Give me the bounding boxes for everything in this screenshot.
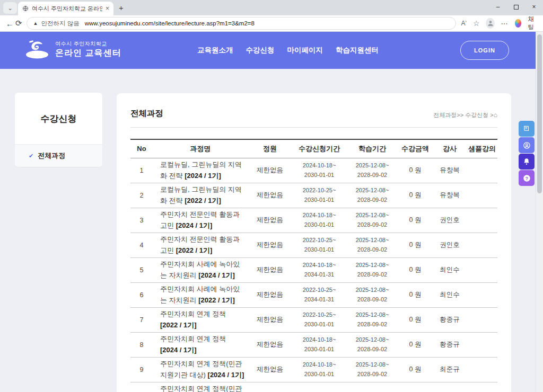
course-name[interactable]: 로컬뉴딜, 그린뉴딜의 지역화 전략 [2024 / 1기] (153, 158, 248, 183)
sample-lecture (467, 158, 497, 183)
study-period: 2025-12-08~ 2028-09-02 (347, 307, 398, 332)
not-secure-icon: ▲ (33, 21, 38, 26)
toolbar-right: A› ☆ ⋯ 채팅 (461, 15, 538, 31)
course-capacity: 제한없음 (248, 183, 292, 208)
course-capacity: 제한없음 (248, 332, 292, 357)
book-icon (523, 125, 530, 132)
row-no: 5 (130, 257, 153, 282)
apply-period (292, 382, 347, 392)
main-head: 전체과정 전체과정>> 수강신청 >⌂ (130, 108, 497, 119)
tab-close-icon[interactable]: × (106, 5, 109, 12)
course-capacity: 제한없음 (248, 307, 292, 332)
course-name[interactable]: 주민자치회 연계 정책 [2024 / 1기] (153, 332, 248, 357)
copilot-icon[interactable] (515, 19, 522, 28)
address-bar[interactable]: ▲ 안전하지 않음 www.yeosujuminedu.com/site/lec… (27, 17, 456, 30)
study-period: 2025-12-08~ 2028-09-02 (347, 357, 398, 382)
account-button[interactable] (519, 137, 535, 153)
course-name[interactable]: 주민자치 전문인력 활동과 고민 [2024 / 1기] (153, 208, 248, 233)
new-tab-button[interactable]: + (119, 3, 124, 12)
course-name[interactable]: 주민자치 전문인력 활동과 고민 [2022 / 1기] (153, 233, 248, 257)
apply-period: 2022-10-25~ 2034-01-31 (292, 282, 347, 307)
course-name[interactable]: 주민자치회 연계 정책(민관지원기관 대상) (153, 382, 248, 392)
course-capacity: 제한없음 (248, 357, 292, 382)
course-capacity: 제한없음 (248, 233, 292, 257)
notes-button[interactable] (519, 121, 535, 137)
table-row[interactable]: 1 로컬뉴딜, 그린뉴딜의 지역화 전략 [2024 / 1기] 제한없음 20… (130, 158, 497, 183)
table-row[interactable]: 5 주민자치회 사례에 녹아있는 자치원리 [2024 / 1기] 제한없음 2… (130, 257, 497, 282)
course-fee: 0 원 (398, 208, 433, 233)
security-label[interactable]: 안전하지 않음 (41, 20, 79, 28)
nav-item-mypage[interactable]: 마이페이지 (287, 46, 323, 55)
sidebar-title: 수강신청 (15, 93, 102, 144)
nav-item-about[interactable]: 교육원소개 (197, 46, 233, 55)
sample-lecture (467, 357, 497, 382)
page-title: 전체과정 (130, 108, 163, 119)
maximize-button[interactable] (507, 0, 525, 14)
profile-avatar[interactable] (486, 18, 494, 29)
study-period (347, 382, 398, 392)
course-name[interactable]: 주민자치회 연계 정책 [2022 / 1기] (153, 307, 248, 332)
col-instructor: 강사 (433, 139, 467, 158)
site-logo[interactable]: 여수시 주민자치학교 온라인 교육센터 (24, 39, 121, 59)
row-no: 1 (130, 158, 153, 183)
nav-item-support[interactable]: 학습지원센터 (336, 46, 379, 55)
table-row[interactable]: 6 주민자치회 사례에 녹아있는 자치원리 [2022 / 1기] 제한없음 2… (130, 282, 497, 307)
close-window-button[interactable]: × (525, 0, 543, 14)
sidebar-item-all-courses[interactable]: ✔ 전체과정 (15, 144, 102, 167)
table-row[interactable]: 4 주민자치 전문인력 활동과 고민 [2022 / 1기] 제한없음 2022… (130, 233, 497, 257)
bell-icon (523, 158, 530, 165)
col-capacity: 정원 (248, 139, 292, 158)
col-fee: 수강금액 (398, 139, 433, 158)
table-row[interactable]: 7 주민자치회 연계 정책 [2022 / 1기] 제한없음 2022-10-2… (130, 307, 497, 332)
course-name[interactable]: 로컬뉴딜, 그린뉴딜의 지역화 전략 [2022 / 1기] (153, 183, 248, 208)
more-menu-icon[interactable]: ⋯ (501, 20, 509, 28)
browser-tab[interactable]: 여수시 주민자치학교 온라인 교육센터 × (18, 2, 113, 15)
browser-toolbar: ← ⟳ ▲ 안전하지 않음 www.yeosujuminedu.com/site… (0, 15, 543, 32)
course-table: No 과정명 정원 수강신청기간 학습기간 수강금액 강사 샘플강의 1 로컬뉴… (130, 139, 497, 392)
course-capacity: 제한없음 (248, 282, 292, 307)
page-scrollbar[interactable] (536, 32, 543, 392)
row-no: 2 (130, 183, 153, 208)
row-no: 10 (130, 382, 153, 392)
course-instructor: 황종규 (433, 307, 467, 332)
course-instructor: 권인호 (433, 233, 467, 257)
sample-lecture (467, 183, 497, 208)
course-name[interactable]: 주민자치회 연계 정책(민관지원기관 대상) [2024 / 1기] (153, 357, 248, 382)
scrollbar-thumb[interactable] (537, 34, 542, 193)
breadcrumb-text: 전체과정>> 수강신청 > (433, 112, 493, 118)
chat-label[interactable]: 채팅 (528, 15, 538, 31)
course-name[interactable]: 주민자치회 사례에 녹아있는 자치원리 [2022 / 1기] (153, 282, 248, 307)
back-button[interactable]: ← (5, 19, 14, 28)
favorite-star-icon[interactable]: ☆ (473, 19, 480, 28)
apply-period: 2022-10-25~ 2030-01-01 (292, 307, 347, 332)
course-table-body: 1 로컬뉴딜, 그린뉴딜의 지역화 전략 [2024 / 1기] 제한없음 20… (130, 158, 497, 392)
window-controls: – × (489, 0, 543, 14)
quick-menu: ? (519, 121, 535, 186)
course-fee: 0 원 (398, 233, 433, 257)
course-instructor: 최인수 (433, 257, 467, 282)
url-text[interactable]: www.yeosujuminedu.com/site/lecture/lectu… (85, 20, 255, 26)
course-name[interactable]: 주민자치회 사례에 녹아있는 자치원리 [2024 / 1기] (153, 257, 248, 282)
table-row[interactable]: 10 주민자치회 연계 정책(민관지원기관 대상) (130, 382, 497, 392)
table-row[interactable]: 9 주민자치회 연계 정책(민관지원기관 대상) [2024 / 1기] 제한없… (130, 357, 497, 382)
alerts-button[interactable] (519, 154, 535, 170)
person-icon (487, 20, 494, 27)
minimize-button[interactable]: – (489, 0, 507, 14)
person-circle-icon (523, 141, 531, 149)
refresh-button[interactable]: ⟳ (14, 19, 23, 28)
course-fee: 0 원 (398, 332, 433, 357)
table-row[interactable]: 2 로컬뉴딜, 그린뉴딜의 지역화 전략 [2022 / 1기] 제한없음 20… (130, 183, 497, 208)
study-period: 2025-12-08~ 2028-09-02 (347, 208, 398, 233)
study-period: 2025-12-08~ 2028-09-02 (347, 282, 398, 307)
apply-period: 2024-10-18~ 2034-01-31 (292, 257, 347, 282)
login-button[interactable]: LOGIN (460, 41, 509, 60)
table-row[interactable]: 8 주민자치회 연계 정책 [2024 / 1기] 제한없음 2024-10-1… (130, 332, 497, 357)
table-row[interactable]: 3 주민자치 전문인력 활동과 고민 [2024 / 1기] 제한없음 2024… (130, 208, 497, 233)
nav-item-enroll[interactable]: 수강신청 (246, 46, 275, 55)
read-aloud-icon[interactable]: A› (461, 20, 467, 27)
home-icon[interactable]: ⌂ (494, 111, 497, 119)
tab-search-chevron-icon[interactable]: ⌄ (3, 2, 17, 14)
course-fee: 0 원 (398, 158, 433, 183)
help-button[interactable]: ? (519, 170, 535, 186)
site-header: 여수시 주민자치학교 온라인 교육센터 교육원소개 수강신청 마이페이지 학습지… (0, 32, 543, 69)
